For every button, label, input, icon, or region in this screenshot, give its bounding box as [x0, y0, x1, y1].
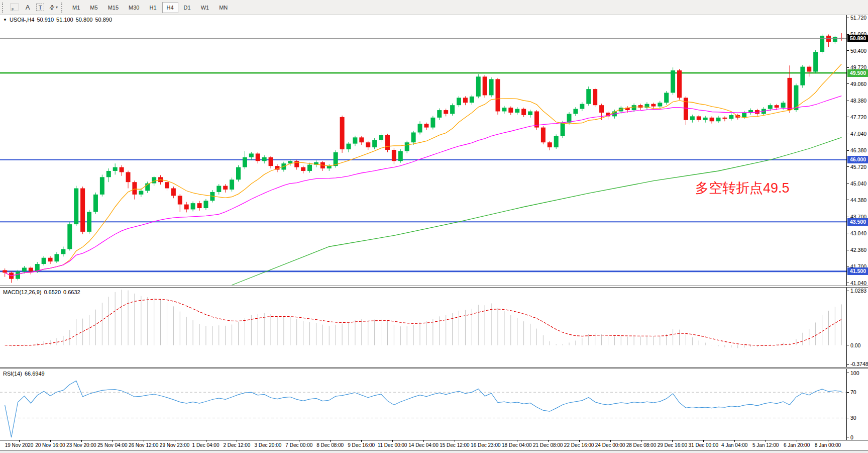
time-tick [330, 440, 331, 442]
time-label: 1 Dec 04:00 [192, 442, 220, 448]
time-tick [113, 440, 113, 442]
timeframe-H1[interactable]: H1 [145, 2, 161, 13]
rsi-tick-label: 70 [850, 389, 856, 395]
ohlc-close: 50.890 [95, 17, 112, 23]
time-tick [703, 440, 704, 442]
time-axis[interactable]: 19 Nov 202020 Nov 16:0023 Nov 20:0025 No… [0, 440, 868, 450]
price-tick [847, 200, 849, 200]
macd-tick-label: 1.0283 [850, 288, 866, 294]
time-label: 22 Dec 16:00 [564, 442, 594, 448]
time-tick [641, 440, 641, 442]
time-label: 19 Nov 2020 [5, 442, 34, 448]
price-tick-label: 43.040 [850, 230, 866, 236]
time-label: 28 Dec 08:00 [626, 442, 657, 448]
price-tick [847, 67, 849, 68]
time-tick [734, 440, 735, 442]
time-label: 23 Nov 20:00 [66, 442, 96, 448]
time-label: 9 Dec 16:00 [348, 442, 375, 448]
time-tick [19, 440, 20, 442]
macd-axis[interactable]: 1.02830.00-0.3748 [846, 288, 868, 367]
toolbar: F A T ⇅ ▾ M1M5M15M30H1H4D1W1MN [0, 0, 868, 15]
rsi-tick [847, 418, 849, 418]
price-tick [847, 134, 849, 134]
price-tick-label: 51.720 [850, 15, 866, 21]
rsi-axis[interactable]: 10070300 [846, 369, 868, 440]
time-tick [175, 440, 175, 442]
price-tick [847, 150, 849, 151]
price-tick-label: 47.720 [850, 114, 866, 120]
time-label: 8 Jan 00:00 [815, 442, 841, 448]
timeframe-M30[interactable]: M30 [124, 2, 144, 13]
time-tick [548, 440, 549, 442]
annotation-text[interactable]: 多空转折点49.5 [695, 179, 790, 197]
time-tick [392, 440, 393, 442]
time-label: 7 Dec 00:00 [285, 442, 312, 448]
price-tick-label: 45.040 [850, 180, 866, 187]
timeframe-M15[interactable]: M15 [103, 2, 123, 13]
time-tick [361, 440, 362, 442]
price-chart-canvas[interactable] [0, 15, 846, 286]
symbol-ohlc-line[interactable]: ▼ USOil-,H4 50.910 51.100 50.800 50.890 [3, 17, 112, 23]
price-level-badge: 41.500 [847, 267, 868, 275]
rsi-canvas[interactable] [0, 369, 846, 440]
symbol-dropdown-icon[interactable]: ▼ [3, 18, 7, 22]
timeframe-D1[interactable]: D1 [179, 2, 195, 13]
price-tick-label: 45.720 [850, 164, 866, 170]
time-label: 2 Dec 12:00 [223, 442, 250, 448]
time-label: 29 Dec 16:00 [658, 442, 688, 448]
ohlc-low: 50.800 [76, 17, 93, 23]
time-tick [486, 440, 486, 442]
chart-mode-icon: F [11, 4, 19, 11]
time-label: 16 Dec 23:00 [471, 442, 501, 448]
timeframe-W1[interactable]: W1 [196, 2, 214, 13]
timeframe-M5[interactable]: M5 [85, 2, 102, 13]
price-axis[interactable]: 51.72051.06050.40049.72049.06048.38047.7… [846, 15, 868, 286]
rsi-tick-label: 0 [850, 434, 853, 440]
label-tool-button[interactable]: A [22, 2, 34, 13]
time-label: 18 Dec 04:00 [502, 442, 532, 448]
macd-canvas[interactable] [0, 288, 846, 367]
arrows-tool-button[interactable]: ⇅ ▾ [47, 2, 60, 13]
price-tick [847, 101, 849, 101]
price-tick-label: 47.040 [850, 131, 866, 137]
time-label: 24 Dec 00:00 [595, 442, 625, 448]
time-tick [81, 440, 82, 442]
timeframe-H4[interactable]: H4 [162, 2, 178, 13]
time-label: 21 Dec 08:00 [533, 442, 563, 448]
toolbar-grip[interactable] [61, 3, 65, 13]
time-label: 5 Jan 12:00 [752, 442, 779, 448]
macd-tick [847, 345, 849, 345]
macd-tick [847, 364, 849, 365]
price-tick [847, 283, 849, 283]
price-tick-label: 44.380 [850, 197, 866, 203]
time-tick [766, 440, 766, 442]
macd-pane: MACD(12,26,9) 0.6520 0.6632 1.02830.00-0… [0, 288, 868, 367]
price-level-badge: 49.500 [847, 69, 868, 77]
timeframe-MN[interactable]: MN [214, 2, 232, 13]
chevron-down-icon: ▾ [56, 5, 58, 10]
price-tick-label: 42.360 [850, 247, 866, 253]
rsi-pane: RSI(14) 66.6949 10070300 [0, 369, 868, 440]
time-tick [268, 440, 268, 442]
symbol-period: USOil-,H4 [10, 17, 35, 23]
time-label: 15 Dec 12:00 [440, 442, 470, 448]
time-tick [517, 440, 517, 442]
timeframe-M1[interactable]: M1 [68, 2, 84, 13]
price-chart-pane: ▼ USOil-,H4 50.910 51.100 50.800 50.890 … [0, 15, 868, 286]
time-label: 11 Dec 00:00 [378, 442, 407, 448]
time-tick [828, 440, 828, 442]
text-tool-button[interactable]: T [34, 2, 47, 13]
rsi-label: RSI(14) 66.6949 [3, 371, 45, 377]
price-tick-label: 50.400 [850, 48, 866, 54]
price-tick [847, 266, 849, 266]
chart-mode-tool-button[interactable]: F [8, 2, 22, 13]
toolbar-grip[interactable] [2, 3, 6, 13]
time-tick [579, 440, 580, 442]
time-tick [206, 440, 206, 442]
time-label: 25 Nov 04:00 [97, 442, 128, 448]
rsi-tick [847, 373, 849, 373]
time-tick [423, 440, 424, 442]
current-price-badge: 50.890 [847, 35, 868, 42]
time-tick [237, 440, 237, 442]
label-tool-icon: A [26, 4, 30, 11]
